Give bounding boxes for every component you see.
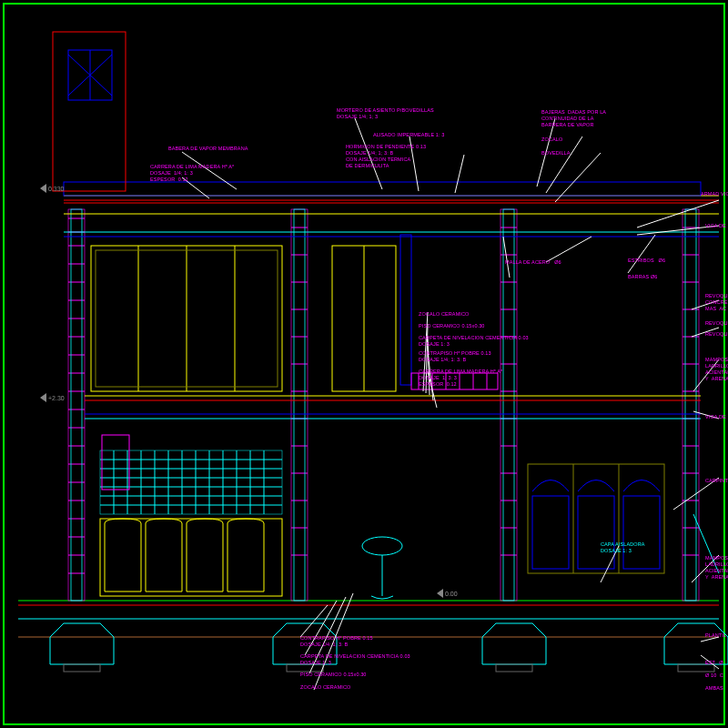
ann-a7: ARMAD VIGUETA (701, 191, 728, 197)
ann-b2: CARPETA DE NIVELACION CEMENTICIA 0.03 DO… (300, 653, 410, 666)
svg-rect-84 (400, 235, 411, 385)
level-top: 0.330 (40, 184, 65, 193)
svg-line-147 (546, 237, 592, 262)
ann-a13: CARRERA DE LIMA MADERA H* A* DOSAJE 1/4;… (150, 164, 234, 183)
svg-rect-127 (102, 435, 129, 490)
ann-b3: PISO CERAMICO 0.15x0.30 (300, 672, 367, 678)
svg-line-149 (503, 237, 510, 278)
svg-line-144 (555, 153, 601, 202)
ann-a6: BOVEDILLA (541, 150, 571, 157)
ann-r1: REVOQUE CONCRE MAS AC (705, 293, 728, 312)
svg-rect-75 (503, 209, 514, 601)
ann-a14: ZOCALO CERAMICO (419, 311, 469, 318)
svg-rect-7 (496, 664, 532, 672)
ann-a16: CARPETA DE NIVELACION CEMENTICIA 0.03 DO… (419, 335, 529, 348)
ann-a4: BAJERAS DADAS POR LA CONTINUIDAD DE LA B… (541, 109, 606, 128)
ann-r5: VIGA DE (705, 414, 726, 420)
ann-a2: ALISADO IMPERMEABLE 1: 3 (373, 132, 444, 138)
level-ground: 0.00 (437, 589, 458, 598)
svg-point-129 (362, 537, 402, 555)
ann-r8: MAMPOS LADRILLO ACIENTAD Y ARENA (705, 555, 728, 581)
ann-a5: ZOCALO (541, 136, 562, 143)
ann-r4: MAMPOS LADRILLO ACIENTAD Y ARENA (705, 357, 728, 382)
svg-rect-128 (100, 519, 282, 596)
ann-a18: CARRERA DE LIMA MADERA H* A* DOSAJE 1; 3… (419, 369, 502, 388)
svg-rect-136 (623, 496, 660, 569)
ann-a10: BARRAS Ø6 (628, 274, 657, 280)
ann-r10: EST. Ø Ø 10 C AMBAS (705, 660, 723, 691)
svg-rect-135 (578, 496, 614, 569)
ann-a15: PISO CERAMICO 0.15x0.30 (419, 323, 485, 329)
ann-r2: REVOQUE (705, 320, 728, 327)
svg-rect-76 (685, 209, 696, 601)
svg-rect-73 (71, 209, 82, 601)
svg-line-141 (455, 155, 464, 193)
svg-rect-74 (294, 209, 305, 601)
svg-rect-85 (53, 32, 126, 191)
ann-b4: ZOCALO CERAMICO (300, 684, 350, 691)
ann-a17: CONTRAPISO H* POBRE 0.13 DOSAJE 1/4; 1: … (419, 350, 491, 363)
ann-r3: REVOQUE (705, 331, 728, 338)
ann-a12: BABERA DE VAPOR MEMBRANA (168, 146, 248, 152)
ann-r9: PLANTIL (705, 632, 726, 639)
ann-a1: MORTERO DE ASIENTO P/BOVEDILLAS DOSAJE 1… (337, 107, 434, 120)
ann-a8: VIGA DE (705, 223, 726, 229)
ann-a3: HORMIGON DE PENDIENTE 0.13 DOSAJE 1/4; 1… (346, 144, 426, 169)
svg-rect-5 (64, 664, 100, 672)
ann-b1: CONTRAPISO H* POBRE 0.15 DOSAJE 1/4; 1; … (300, 635, 373, 648)
svg-line-143 (546, 136, 582, 193)
level-mid: +2.30 (40, 393, 65, 402)
svg-rect-134 (532, 496, 569, 569)
svg-line-148 (628, 235, 655, 273)
ann-r6: CARPINT (705, 478, 728, 484)
ann-a11: MALLA DE ACERO Ø6 (505, 259, 561, 266)
svg-line-164 (300, 605, 328, 637)
ann-r7: CAPA AISLADORA DOSAJE 1: 3 (601, 541, 645, 554)
ann-a9: ESTRIBOS Ø6 (628, 258, 665, 264)
